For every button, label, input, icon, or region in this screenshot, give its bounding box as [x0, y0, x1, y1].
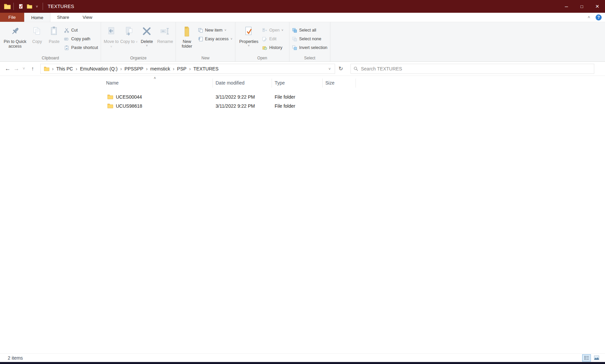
search-input[interactable] [361, 66, 591, 71]
file-type: File folder [272, 103, 323, 109]
recent-locations-dropdown[interactable]: ˅ [20, 64, 28, 74]
pin-to-quick-access-button[interactable]: Pin to Quick access [1, 23, 29, 49]
file-list-area: ˄ Name Date modified Type Size UCES00044… [0, 76, 605, 353]
breadcrumb-psp[interactable]: PSP [177, 66, 186, 71]
breadcrumb-ppsspp[interactable]: PPSSPP [125, 66, 143, 71]
back-button[interactable]: ← [3, 64, 13, 74]
forward-button[interactable]: → [13, 64, 20, 74]
minimize-button[interactable]: ─ [559, 0, 574, 13]
easy-access-button[interactable]: Easy access ˅ [197, 35, 234, 43]
column-header-name[interactable]: Name [101, 79, 213, 88]
edit-icon [262, 37, 267, 42]
qat-properties-button[interactable] [16, 2, 25, 11]
status-bar: 2 items [0, 353, 605, 362]
tab-view[interactable]: View [76, 13, 99, 22]
title-bar: ˅ TEXTURES ─ □ × [0, 0, 605, 13]
rename-icon [160, 26, 170, 38]
new-item-button[interactable]: New item ˅ [197, 26, 234, 34]
large-icons-view-button[interactable] [592, 354, 601, 362]
cut-icon [64, 28, 69, 33]
file-name: UCES00044 [116, 94, 142, 100]
details-view-icon [584, 356, 589, 360]
breadcrumb-separator: › [170, 66, 177, 71]
breadcrumb-separator: › [49, 66, 56, 71]
easy-access-icon [198, 37, 203, 42]
ribbon: Pin to Quick access Copy Paste Cut [0, 22, 605, 62]
move-to-caret: ˅ [110, 45, 112, 48]
file-date-modified: 3/11/2022 9:22 PM [213, 103, 272, 109]
group-label-new: New [176, 56, 235, 60]
column-header-date-modified[interactable]: Date modified [213, 79, 272, 88]
open-button[interactable]: Open ˅ [261, 26, 285, 34]
maximize-button[interactable]: □ [574, 0, 590, 13]
table-row[interactable]: UCES00044 3/11/2022 9:22 PM File folder [101, 92, 359, 101]
breadcrumb-separator: › [118, 66, 125, 71]
paste-shortcut-button[interactable]: Paste shortcut [63, 44, 99, 52]
copy-button[interactable]: Copy [29, 23, 46, 44]
search-box [351, 64, 594, 74]
search-icon [354, 66, 358, 71]
tab-home[interactable]: Home [24, 13, 50, 22]
new-item-caret: ˅ [225, 29, 226, 32]
select-none-button[interactable]: Select none [291, 35, 329, 43]
collapse-ribbon-button[interactable]: ˄ [586, 15, 592, 20]
column-headers: Name Date modified Type Size [101, 79, 356, 88]
help-icon[interactable]: ? [596, 14, 602, 20]
easy-access-caret: ˅ [231, 37, 232, 41]
address-bar[interactable]: › This PC › EmuNovation (Q:) › PPSSPP › … [40, 64, 335, 74]
new-folder-button[interactable]: New folder [177, 23, 197, 49]
group-label-select: Select [289, 56, 330, 60]
thumbnail-view-icon [594, 356, 599, 360]
select-none-icon [292, 37, 297, 42]
copy-to-button[interactable]: Copy to ˅ [120, 23, 138, 44]
ribbon-group-new: New folder New item ˅ Easy access ˅ New [176, 22, 235, 61]
folder-icon [107, 103, 113, 108]
breadcrumb-drive[interactable]: EmuNovation (Q:) [80, 66, 118, 71]
table-row[interactable]: UCUS98618 3/11/2022 9:22 PM File folder [101, 101, 359, 110]
column-header-size[interactable]: Size [323, 79, 356, 88]
tab-file[interactable]: File [0, 13, 24, 22]
cut-button[interactable]: Cut [63, 26, 99, 34]
select-all-button[interactable]: Select all [291, 26, 329, 34]
details-view-button[interactable] [582, 354, 591, 362]
qat-new-folder-button[interactable] [25, 2, 34, 11]
delete-caret: ˅ [146, 44, 148, 47]
close-button[interactable]: × [590, 0, 605, 13]
screen-edge [0, 362, 605, 364]
ribbon-group-clipboard: Pin to Quick access Copy Paste Cut [0, 22, 101, 61]
titlebar-divider [43, 3, 43, 10]
breadcrumb-separator: › [73, 66, 80, 71]
open-caret: ˅ [282, 29, 283, 32]
rename-button[interactable]: Rename [156, 23, 174, 44]
paste-icon [49, 26, 59, 38]
refresh-button[interactable]: ↻ [335, 64, 346, 74]
paste-button[interactable]: Paste [45, 23, 63, 44]
copy-icon [32, 26, 42, 38]
new-item-icon [198, 28, 203, 33]
breadcrumb-memstick[interactable]: memstick [150, 66, 170, 71]
column-header-type[interactable]: Type [272, 79, 323, 88]
delete-button[interactable]: Delete ˅ [138, 23, 156, 47]
history-icon [262, 45, 267, 50]
up-button[interactable]: ↑ [28, 64, 38, 74]
file-name: UCUS98618 [116, 103, 142, 109]
properties-button[interactable]: Properties ˅ [237, 23, 261, 47]
navigation-bar: ← → ˅ ↑ › This PC › EmuNovation (Q:) › P… [0, 62, 605, 76]
edit-button[interactable]: Edit [261, 35, 285, 43]
breadcrumb-this-pc[interactable]: This PC [56, 66, 73, 71]
move-to-button[interactable]: Move to ˅ [102, 23, 120, 49]
properties-icon [244, 26, 254, 38]
properties-check-icon [18, 4, 24, 9]
address-dropdown-button[interactable]: ˅ [326, 67, 333, 71]
copy-path-button[interactable]: Copy path [63, 35, 99, 43]
invert-selection-button[interactable]: Invert selection [291, 44, 329, 52]
app-folder-icon [4, 3, 11, 9]
tab-share[interactable]: Share [50, 13, 76, 22]
window-title: TEXTURES [48, 4, 74, 9]
qat-customize-dropdown[interactable]: ˅ [34, 4, 40, 8]
breadcrumb-textures[interactable]: TEXTURES [193, 66, 219, 71]
copy-to-caret: ˅ [136, 40, 137, 44]
explorer-window: ˅ TEXTURES ─ □ × File Home Share View ˄ … [0, 0, 605, 364]
ribbon-group-open: Properties ˅ Open ˅ Edit History Open [235, 22, 289, 61]
history-button[interactable]: History [261, 44, 285, 52]
